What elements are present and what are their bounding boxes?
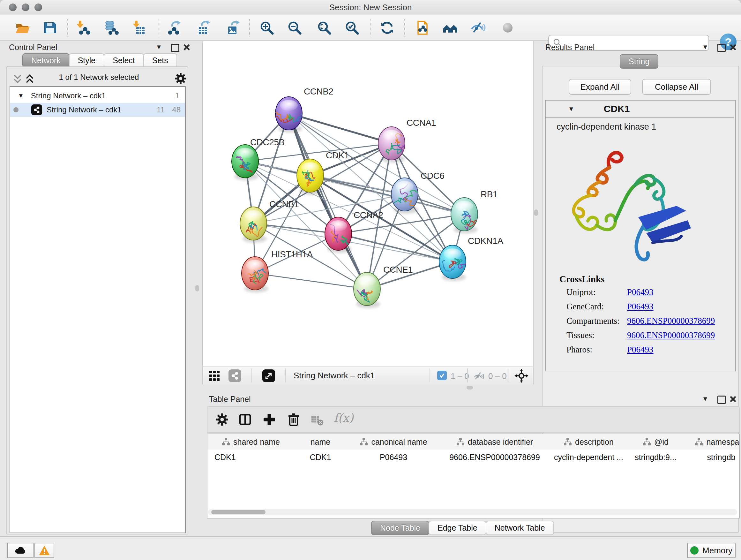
export-table-icon[interactable] bbox=[196, 20, 212, 36]
column-header-database-identifier[interactable]: database identifier bbox=[441, 434, 549, 449]
table-cell[interactable]: stringdb:9... bbox=[628, 450, 683, 464]
hidden-counter: 0 – 0 bbox=[488, 371, 507, 381]
table-cell[interactable]: CDK1 bbox=[294, 450, 347, 464]
entry-collapse-icon[interactable]: ▼ bbox=[568, 105, 575, 113]
crosslink-label: Tissues: bbox=[566, 330, 627, 345]
node-label: CDKN1A bbox=[468, 236, 503, 246]
expand-all-button[interactable]: Expand All bbox=[569, 79, 631, 95]
network-collection-row[interactable]: ▼ String Network – cdk1 1 bbox=[10, 89, 185, 103]
tab-node-table[interactable]: Node Table bbox=[371, 521, 429, 535]
show-columns-icon[interactable] bbox=[238, 412, 253, 427]
zoom-out-icon[interactable] bbox=[287, 20, 302, 36]
zoom-selected-icon[interactable] bbox=[344, 20, 360, 36]
network-edge[interactable] bbox=[289, 113, 392, 143]
scrollbar-thumb[interactable] bbox=[211, 510, 266, 514]
network-options-gear-icon[interactable] bbox=[174, 71, 188, 85]
table-cell[interactable]: P06493 bbox=[347, 450, 441, 464]
export-image-icon[interactable] bbox=[226, 20, 241, 36]
network-document-icon[interactable] bbox=[415, 20, 430, 36]
table-panel-close-icon[interactable] bbox=[730, 395, 737, 402]
tab-sets[interactable]: Sets bbox=[143, 53, 177, 68]
network-node[interactable] bbox=[242, 257, 268, 290]
network-node[interactable] bbox=[378, 127, 406, 160]
column-header-namespace[interactable]: namespace bbox=[683, 434, 740, 449]
collapse-all-button[interactable]: Collapse All bbox=[642, 79, 711, 95]
column-header-name[interactable]: name bbox=[294, 434, 347, 449]
network-node[interactable] bbox=[325, 217, 352, 250]
refresh-icon[interactable] bbox=[380, 20, 395, 36]
network-node[interactable] bbox=[232, 145, 259, 178]
table-cell[interactable]: stringdb bbox=[683, 450, 740, 464]
network-row[interactable]: String Network – cdk1 11 48 bbox=[10, 103, 185, 117]
network-node[interactable] bbox=[354, 272, 381, 306]
table-cell[interactable]: cyclin-dependent ... bbox=[549, 450, 628, 464]
table-options-gear-icon[interactable] bbox=[214, 412, 230, 427]
network-edge[interactable] bbox=[255, 273, 367, 289]
network-node[interactable] bbox=[240, 207, 267, 240]
control-panel-float-icon[interactable] bbox=[171, 44, 179, 52]
results-entry-header[interactable]: ▼ CDK1 bbox=[546, 101, 734, 118]
protein-structure-image bbox=[562, 137, 699, 271]
control-panel-menu-icon[interactable]: ▼ bbox=[156, 44, 162, 51]
expand-all-icon[interactable] bbox=[24, 73, 35, 84]
zoom-fit-icon[interactable] bbox=[317, 20, 332, 36]
open-session-icon[interactable] bbox=[15, 20, 30, 36]
crosslink-link[interactable]: 9606.ENSP00000378699 bbox=[627, 330, 715, 345]
cloud-button[interactable] bbox=[7, 543, 33, 558]
grid-view-icon[interactable] bbox=[209, 370, 220, 381]
table-horizontal-scrollbar[interactable] bbox=[208, 509, 737, 515]
node-table[interactable]: shared namenamecanonical namedatabase id… bbox=[207, 434, 740, 518]
network-canvas[interactable]: CCNB2CCNA1CDC25BCDK1CDC6RB1CCNB1CCNA2CDK… bbox=[202, 41, 534, 367]
import-table-icon[interactable] bbox=[131, 20, 146, 36]
column-header-shared-name[interactable]: shared name bbox=[207, 434, 295, 449]
vertical-splitter-handle[interactable] bbox=[534, 209, 538, 216]
tab-network-table[interactable]: Network Table bbox=[486, 521, 554, 535]
table-panel-menu-icon[interactable]: ▼ bbox=[702, 395, 709, 402]
hide-unhide-icon[interactable] bbox=[470, 20, 486, 36]
import-network-file-icon[interactable] bbox=[75, 20, 90, 36]
birds-eye-view-icon[interactable] bbox=[262, 369, 275, 382]
collection-expand-icon[interactable]: ▼ bbox=[18, 92, 24, 99]
network-node[interactable] bbox=[297, 159, 324, 192]
results-panel-close-icon[interactable] bbox=[730, 44, 737, 51]
tab-style[interactable]: Style bbox=[69, 53, 105, 68]
selected-nodes-checkbox[interactable] bbox=[437, 371, 447, 380]
cloud-icon bbox=[14, 545, 27, 556]
crosslink-link[interactable]: P06493 bbox=[627, 302, 654, 316]
import-network-database-icon[interactable] bbox=[104, 20, 119, 36]
tab-network[interactable]: Network bbox=[22, 53, 70, 68]
control-panel-close-icon[interactable] bbox=[183, 44, 190, 51]
tab-string[interactable]: String bbox=[620, 54, 658, 69]
network-share-view-icon[interactable] bbox=[228, 369, 241, 382]
save-session-icon[interactable] bbox=[43, 20, 58, 36]
network-node[interactable] bbox=[451, 198, 479, 231]
table-cell[interactable]: CDK1 bbox=[207, 450, 301, 464]
network-node[interactable] bbox=[439, 245, 467, 278]
table-panel-title: Table Panel bbox=[209, 395, 251, 404]
table-cell[interactable]: 9606.ENSP00000378699 bbox=[441, 450, 549, 464]
fit-content-crosshair-icon[interactable] bbox=[515, 369, 529, 383]
vertical-splitter-handle[interactable] bbox=[195, 285, 199, 292]
column-header--id[interactable]: @id bbox=[628, 434, 684, 449]
tab-select[interactable]: Select bbox=[104, 53, 144, 68]
column-header-canonical-name[interactable]: canonical name bbox=[347, 434, 441, 449]
zoom-in-icon[interactable] bbox=[259, 20, 274, 36]
memory-button[interactable]: Memory bbox=[687, 543, 736, 558]
column-header-description[interactable]: description bbox=[549, 434, 629, 449]
tab-edge-table[interactable]: Edge Table bbox=[428, 521, 486, 535]
inactive-eye-icon bbox=[500, 20, 515, 36]
hidden-elements-icon[interactable] bbox=[473, 370, 485, 382]
collapse-all-icon[interactable] bbox=[12, 73, 23, 84]
table-panel-float-icon[interactable] bbox=[718, 395, 726, 404]
export-network-icon[interactable] bbox=[166, 20, 182, 36]
crosslink-link[interactable]: P06493 bbox=[627, 345, 654, 359]
horizontal-splitter-handle[interactable] bbox=[467, 386, 473, 389]
crosslink-link[interactable]: P06493 bbox=[627, 287, 654, 302]
results-panel-menu-icon[interactable]: ▼ bbox=[702, 44, 709, 51]
home-view-icon[interactable] bbox=[443, 20, 458, 36]
delete-column-icon[interactable] bbox=[286, 412, 301, 427]
results-panel-float-icon[interactable] bbox=[718, 44, 726, 52]
warnings-button[interactable] bbox=[35, 543, 54, 558]
add-column-icon[interactable] bbox=[262, 412, 277, 427]
crosslink-link[interactable]: 9606.ENSP00000378699 bbox=[627, 316, 715, 330]
